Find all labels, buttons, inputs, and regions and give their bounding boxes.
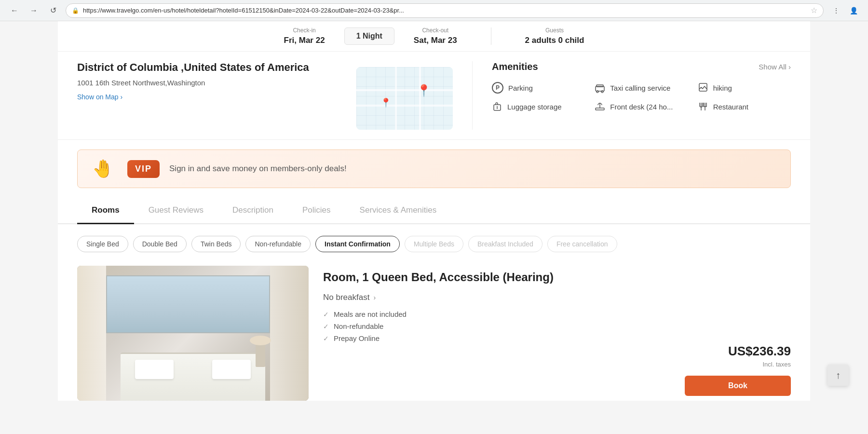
tabs-bar: Rooms Guest Reviews Description Policies…	[58, 198, 810, 224]
checkout-value: Sat, Mar 23	[414, 36, 457, 45]
vip-text: Sign in and save money on members-only d…	[169, 164, 347, 174]
booking-divider	[491, 27, 491, 45]
amenities-grid: P Parking Taxi calling service	[492, 82, 791, 112]
svg-point-2	[597, 91, 598, 93]
guests-label: Guests	[545, 27, 564, 34]
amenity-parking: P Parking	[492, 82, 585, 94]
address-bar[interactable]: 🔒 https://www.travelgo.com/en-us/hotel/h…	[66, 3, 824, 18]
book-button[interactable]: Book	[685, 376, 791, 396]
guests-value: 2 adults 0 child	[525, 36, 584, 45]
forward-button[interactable]: →	[27, 4, 41, 17]
room-meal-label: No breakfast	[323, 293, 369, 302]
filter-non-refundable[interactable]: Non-refundable	[245, 236, 311, 252]
filter-double-bed[interactable]: Double Bed	[133, 236, 187, 252]
vip-banner[interactable]: 🤚 VIP Sign in and save money on members-…	[77, 149, 791, 188]
filter-twin-beds[interactable]: Twin Beds	[191, 236, 241, 252]
amenity-frontdesk: Front desk (24 ho...	[595, 101, 688, 112]
filter-breakfast-included[interactable]: Breakfast Included	[468, 236, 542, 252]
map-thumbnail[interactable]: 📍 📍	[356, 67, 453, 130]
scroll-up-button[interactable]: ↑	[827, 365, 849, 386]
map-road	[419, 67, 421, 130]
frontdesk-icon	[595, 101, 605, 112]
extensions-button[interactable]: ⋮	[829, 4, 843, 17]
room-window	[106, 275, 270, 333]
show-all-link[interactable]: Show All ›	[759, 63, 791, 71]
filter-instant-confirmation[interactable]: Instant Confirmation	[315, 236, 400, 252]
profile-button[interactable]: 👤	[847, 4, 860, 17]
refresh-button[interactable]: ↺	[46, 4, 60, 17]
pillow-right	[212, 360, 251, 379]
parking-icon: P	[492, 82, 503, 94]
hotel-info-section: District of Columbia ,United States of A…	[58, 52, 810, 140]
amenity-label-frontdesk: Front desk (24 ho...	[610, 103, 673, 111]
amenities-header: Amenities Show All ›	[492, 61, 791, 72]
back-button[interactable]: ←	[8, 4, 21, 17]
check-icon: ✓	[323, 323, 329, 330]
curtain-right	[270, 266, 309, 401]
room-meal-info[interactable]: No breakfast ›	[323, 293, 670, 302]
feature-prepay: ✓ Prepay Online	[323, 334, 670, 342]
curtain-left	[77, 266, 106, 401]
tab-services-amenities[interactable]: Services & Amenities	[345, 198, 451, 224]
amenity-label-restaurant: Restaurant	[713, 103, 748, 111]
room-features-list: ✓ Meals are not included ✓ Non-refundabl…	[323, 310, 670, 342]
checkout-section: Check-out Sat, Mar 23	[399, 27, 472, 45]
amenity-label-taxi: Taxi calling service	[610, 84, 670, 92]
amenities-title: Amenities	[492, 61, 538, 72]
taxi-icon	[595, 82, 605, 93]
amenity-taxi: Taxi calling service	[595, 82, 688, 94]
vip-hand-icon: 🤚	[92, 159, 114, 179]
filter-multiple-beds[interactable]: Multiple Beds	[405, 236, 463, 252]
luggage-icon	[492, 101, 502, 112]
map-road	[356, 89, 453, 91]
feature-meals-text: Meals are not included	[334, 310, 407, 318]
amenity-label-parking: Parking	[508, 84, 533, 92]
amenity-label-hiking: hiking	[713, 84, 732, 92]
guests-section: Guests 2 adults 0 child	[511, 27, 599, 45]
hotel-location-panel: District of Columbia ,United States of A…	[77, 61, 473, 130]
browser-action-buttons: ⋮ 👤	[829, 4, 860, 17]
svg-rect-7	[596, 108, 604, 110]
feature-prepay-text: Prepay Online	[334, 334, 380, 342]
meal-chevron-icon: ›	[373, 294, 376, 301]
checkin-section: Check-in Fri, Mar 22	[270, 27, 339, 45]
feature-meals: ✓ Meals are not included	[323, 310, 670, 318]
tab-guest-reviews[interactable]: Guest Reviews	[134, 198, 218, 224]
vip-badge: VIP	[127, 160, 160, 178]
filter-single-bed[interactable]: Single Bed	[77, 236, 128, 252]
amenities-panel: Amenities Show All › P Parking	[473, 61, 791, 130]
checkin-label: Check-in	[293, 27, 315, 34]
room-bed	[121, 353, 265, 401]
map-pin-secondary: 📍	[380, 97, 391, 108]
feature-refund-text: Non-refundable	[334, 322, 383, 330]
room-filters: Single Bed Double Bed Twin Beds Non-refu…	[58, 236, 810, 252]
hiking-icon	[698, 82, 708, 93]
hotel-address: 1001 16th Street Northwest,Washington	[77, 79, 347, 87]
booking-bar: Check-in Fri, Mar 22 1 Night Check-out S…	[58, 21, 810, 52]
map-road	[356, 105, 453, 107]
room-card: Room, 1 Queen Bed, Accessible (Hearing) …	[58, 266, 810, 401]
room-price: US$236.39	[728, 344, 791, 359]
tab-description[interactable]: Description	[218, 198, 288, 224]
room-title: Room, 1 Queen Bed, Accessible (Hearing)	[323, 271, 670, 284]
night-badge: 1 Night	[344, 27, 394, 45]
check-icon: ✓	[323, 311, 329, 318]
room-price-panel: US$236.39 Incl. taxes Book	[685, 266, 791, 401]
room-price-note: Incl. taxes	[762, 361, 791, 368]
tab-policies[interactable]: Policies	[288, 198, 345, 224]
checkout-label: Check-out	[422, 27, 448, 34]
tab-rooms[interactable]: Rooms	[77, 198, 134, 224]
pillow-left	[135, 360, 174, 379]
restaurant-icon	[698, 101, 708, 112]
amenity-label-luggage: Luggage storage	[507, 103, 562, 111]
vip-badge-wrap: VIP	[127, 160, 160, 178]
page-content: Check-in Fri, Mar 22 1 Night Check-out S…	[58, 21, 810, 401]
filter-free-cancellation[interactable]: Free cancellation	[547, 236, 617, 252]
browser-chrome: ← → ↺ 🔒 https://www.travelgo.com/en-us/h…	[0, 0, 868, 21]
bookmark-icon: ☆	[811, 6, 817, 15]
room-image	[77, 266, 309, 401]
amenity-restaurant: Restaurant	[698, 101, 791, 112]
checkin-value: Fri, Mar 22	[284, 36, 325, 45]
show-on-map-link[interactable]: Show on Map ›	[77, 93, 122, 101]
map-road	[395, 67, 397, 130]
